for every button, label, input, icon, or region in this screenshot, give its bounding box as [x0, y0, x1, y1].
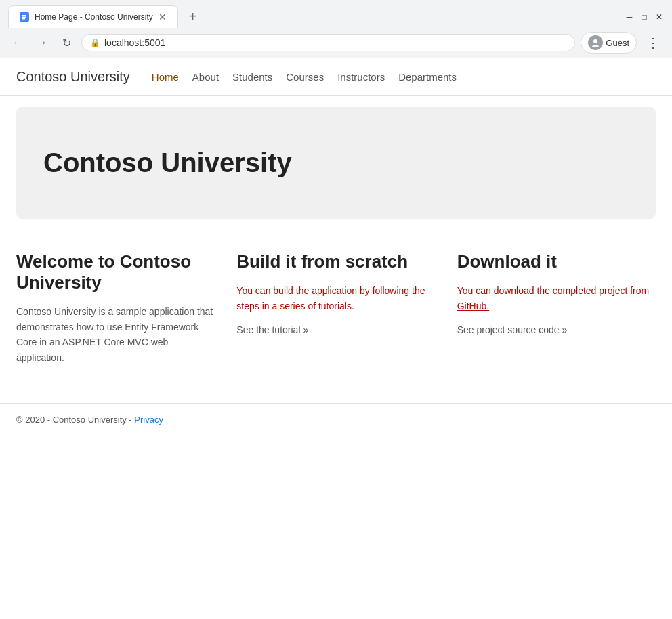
nav-link-home[interactable]: Home: [152, 71, 179, 83]
nav-link-courses[interactable]: Courses: [286, 71, 324, 83]
more-options-button[interactable]: ⋮: [642, 32, 664, 54]
url-bar[interactable]: 🔒 localhost:5001: [81, 34, 575, 51]
privacy-link[interactable]: Privacy: [134, 414, 163, 425]
close-button[interactable]: ✕: [654, 12, 664, 22]
welcome-heading: Welcome to Contoso University: [16, 251, 215, 293]
svg-point-4: [593, 39, 597, 43]
window-controls: ─ □ ✕: [625, 12, 664, 22]
nav-link-students[interactable]: Students: [232, 71, 272, 83]
site-navigation: Contoso University Home About Students C…: [0, 58, 672, 96]
reload-button[interactable]: ↻: [57, 33, 76, 52]
tab-favicon: [20, 12, 29, 22]
build-heading: Build it from scratch: [236, 251, 435, 272]
browser-tab[interactable]: Home Page - Contoso University ✕: [8, 5, 178, 28]
nav-links: Home About Students Courses Instructors …: [152, 71, 457, 83]
svg-point-5: [592, 45, 599, 47]
tab-title: Home Page - Contoso University: [35, 12, 153, 22]
title-bar: Home Page - Contoso University ✕ + ─ □ ✕: [0, 0, 672, 28]
forward-button[interactable]: →: [33, 33, 51, 52]
profile-avatar: [588, 35, 603, 50]
minimize-button[interactable]: ─: [625, 12, 634, 22]
profile-label: Guest: [606, 38, 629, 48]
browser-chrome: Home Page - Contoso University ✕ + ─ □ ✕…: [0, 0, 672, 58]
address-bar: ← → ↻ 🔒 localhost:5001 Guest ⋮: [0, 28, 672, 58]
hero-section: Contoso University: [16, 107, 656, 219]
site-footer: © 2020 - Contoso University - Privacy: [0, 403, 672, 435]
tutorial-link[interactable]: See the tutorial »: [236, 324, 435, 335]
build-description: You can build the application by followi…: [236, 283, 435, 314]
build-column: Build it from scratch You can build the …: [236, 251, 435, 376]
url-text: localhost:5001: [104, 37, 566, 48]
svg-rect-2: [22, 17, 26, 18]
svg-rect-1: [22, 15, 26, 16]
nav-link-departments[interactable]: Departments: [398, 71, 457, 83]
maximize-button[interactable]: □: [639, 12, 649, 22]
back-button[interactable]: ←: [8, 33, 27, 52]
welcome-column: Welcome to Contoso University Contoso Un…: [16, 251, 215, 376]
hero-title: Contoso University: [43, 148, 629, 178]
site-brand: Contoso University: [16, 69, 130, 85]
lock-icon: 🔒: [90, 38, 100, 47]
page-content: Contoso University Home About Students C…: [0, 58, 672, 435]
tab-close-button[interactable]: ✕: [159, 12, 167, 22]
new-tab-button[interactable]: +: [184, 6, 203, 27]
nav-link-instructors[interactable]: Instructors: [337, 71, 385, 83]
welcome-description: Contoso University is a sample applicati…: [16, 304, 215, 365]
download-column: Download it You can download the complet…: [457, 251, 656, 376]
profile-button[interactable]: Guest: [581, 32, 637, 54]
footer-copyright: © 2020 - Contoso University -: [16, 414, 134, 425]
download-heading: Download it: [457, 251, 656, 272]
download-description: You can download the completed project f…: [457, 283, 656, 314]
svg-rect-3: [22, 18, 25, 20]
github-link[interactable]: GitHub.: [457, 301, 489, 312]
source-code-link[interactable]: See project source code »: [457, 324, 656, 335]
content-grid: Welcome to Contoso University Contoso Un…: [0, 230, 672, 398]
nav-link-about[interactable]: About: [192, 71, 219, 83]
